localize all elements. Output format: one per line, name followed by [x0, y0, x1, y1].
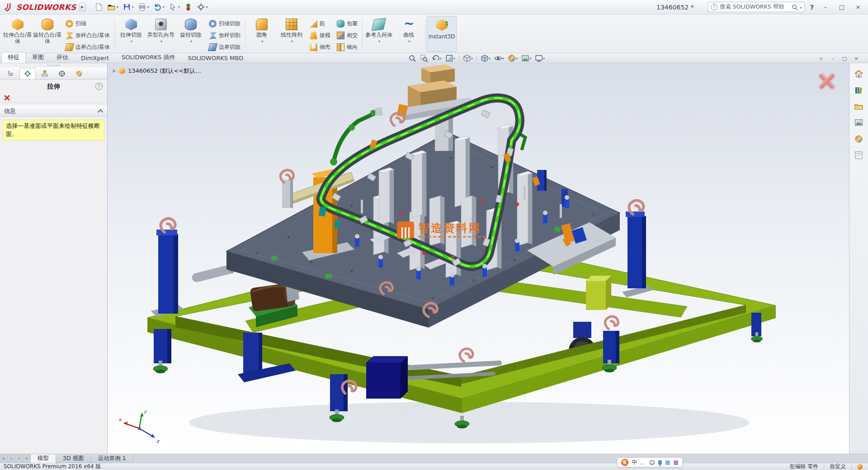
tab-sketch[interactable]: 草图: [26, 52, 50, 63]
ribbon-button-boundary-cut[interactable]: 边界切除: [208, 42, 242, 52]
property-manager-icon: [24, 70, 31, 77]
doc-window-menu-button[interactable]: «: [816, 54, 826, 62]
close-button[interactable]: ×: [852, 2, 864, 12]
tab-solidworks-mbd[interactable]: SOLIDWORKS MBD: [182, 53, 250, 63]
ribbon-button-revolved-cut[interactable]: 旋转切除: [176, 16, 206, 52]
view-orientation-button[interactable]: [462, 54, 474, 63]
task-pane-appearances-button[interactable]: [852, 133, 866, 145]
feature-tree-overlay[interactable]: 13460652 (默认<<默认...: [113, 67, 201, 75]
edit-appearance-button[interactable]: [506, 54, 519, 63]
ribbon-button-lofted-boss[interactable]: 放样凸台/基体: [64, 31, 111, 40]
ime-punctuation-toggle[interactable]: 。: [641, 459, 646, 466]
feature-tree-root[interactable]: 13460652 (默认<<默认...: [128, 67, 201, 75]
tab-scroll-last-button[interactable]: »: [23, 454, 31, 463]
graphics-viewport[interactable]: 13460652 (默认<<默认... 智造资料网 x y z: [108, 63, 849, 454]
open-document-button[interactable]: [106, 2, 120, 13]
tab-model[interactable]: 模型: [31, 454, 56, 463]
ribbon-button-wrap[interactable]: 包覆: [335, 19, 359, 28]
tab-property-manager[interactable]: [19, 68, 36, 79]
select-button[interactable]: [167, 2, 181, 13]
undo-icon: [153, 3, 162, 11]
display-style-button[interactable]: [479, 54, 492, 63]
ribbon-button-reference-geometry[interactable]: 参考几何体: [364, 16, 394, 52]
status-sphere-icon[interactable]: [857, 464, 863, 470]
ribbon-button-hole-wizard[interactable]: 异型孔向导: [146, 16, 176, 52]
tab-3d-views[interactable]: 3D 视图: [56, 454, 91, 463]
ribbon-button-revolved-boss[interactable]: 旋转凸台/基体: [33, 16, 62, 52]
ime-toolbox-icon[interactable]: ▩: [673, 459, 678, 465]
tab-scroll-left-button[interactable]: ‹: [8, 454, 15, 463]
ime-language-toggle[interactable]: 中: [632, 459, 637, 466]
maximize-button[interactable]: □: [835, 2, 848, 12]
zoom-to-area-button[interactable]: [419, 54, 429, 63]
hide-show-items-button[interactable]: [493, 54, 505, 63]
section-view-button[interactable]: [444, 54, 457, 63]
tab-motion-study[interactable]: 运动算例 1: [91, 454, 133, 463]
help-menu[interactable]: ?: [808, 4, 816, 11]
help-search-box[interactable]: ? 搜索 SOLIDWORKS 帮助: [708, 2, 805, 12]
viewport-3d-model[interactable]: [108, 63, 849, 454]
doc-close-button[interactable]: ×: [851, 54, 862, 62]
logo-flyout-button[interactable]: ▶: [79, 3, 86, 11]
minimize-button[interactable]: –: [819, 2, 832, 12]
panel-grip[interactable]: [0, 63, 107, 67]
task-pane-design-library-button[interactable]: [852, 84, 866, 96]
undo-button[interactable]: [152, 2, 166, 13]
status-customize[interactable]: 自定义: [830, 463, 846, 470]
ribbon-button-draft[interactable]: 拔模: [308, 31, 332, 40]
message-section-header[interactable]: 信息: [0, 106, 107, 117]
print-button[interactable]: [137, 2, 151, 13]
tab-scroll-first-button[interactable]: «: [0, 454, 8, 463]
ribbon-button-curves[interactable]: 曲线: [394, 16, 424, 52]
zoom-to-fit-button[interactable]: [407, 54, 418, 63]
tab-dimxpert-manager[interactable]: [54, 68, 70, 79]
ribbon-button-instant3d[interactable]: Instant3D: [427, 16, 457, 52]
ribbon-button-rib[interactable]: 筋: [308, 19, 332, 28]
ribbon-button-shell[interactable]: 抽壳: [308, 42, 332, 52]
ime-microphone-icon[interactable]: [658, 460, 662, 465]
ribbon-button-extruded-cut[interactable]: 拉伸切除: [116, 16, 146, 52]
doc-minimize-button[interactable]: –: [827, 54, 838, 62]
ime-logo-icon[interactable]: S: [621, 459, 628, 466]
ribbon-button-boundary-boss[interactable]: 边界凸台/基体: [64, 42, 111, 52]
ribbon-button-extruded-boss[interactable]: 拉伸凸台/基体: [3, 16, 33, 52]
doc-restore-button[interactable]: □: [839, 54, 850, 62]
task-pane-view-palette-button[interactable]: [852, 117, 866, 129]
ribbon-stack-cut: 扫描切除 放样切割 边界切除: [206, 16, 244, 52]
expand-arrow-icon[interactable]: [113, 69, 116, 73]
confirmation-corner-cancel-button[interactable]: [816, 70, 837, 91]
search-scope-dropdown[interactable]: [800, 4, 802, 10]
ribbon-button-mirror[interactable]: 镜向: [335, 42, 359, 52]
ime-emoji-button[interactable]: ☺: [649, 459, 655, 466]
options-button[interactable]: [195, 2, 209, 13]
task-pane-custom-properties-button[interactable]: [852, 149, 866, 161]
tab-features[interactable]: 特征: [1, 52, 26, 63]
cancel-icon[interactable]: [4, 95, 10, 101]
view-settings-button[interactable]: [533, 54, 546, 63]
ribbon-button-swept-boss[interactable]: 扫描: [64, 19, 111, 28]
tab-scroll-right-button[interactable]: ›: [15, 454, 23, 463]
apply-scene-button[interactable]: [520, 54, 533, 63]
ribbon-button-lofted-cut[interactable]: 放样切割: [208, 31, 242, 40]
save-button[interactable]: [121, 2, 135, 13]
ime-keyboard-icon[interactable]: ▦: [665, 459, 670, 465]
property-manager-help-button[interactable]: ?: [95, 83, 103, 90]
tab-dimxpert[interactable]: DimXpert: [75, 53, 115, 63]
previous-view-button[interactable]: [430, 54, 443, 63]
tab-solidworks-addins[interactable]: SOLIDWORKS 插件: [115, 52, 182, 63]
rebuild-button[interactable]: [183, 2, 194, 13]
tab-feature-manager[interactable]: [2, 68, 19, 79]
ribbon-button-fillet[interactable]: 圆角: [247, 16, 277, 52]
new-document-button[interactable]: [93, 2, 104, 13]
solidworks-logo-icon: [4, 2, 14, 12]
coordinate-triad[interactable]: x y z: [115, 409, 162, 445]
tab-display-manager[interactable]: [71, 68, 87, 79]
tab-configuration-manager[interactable]: [37, 68, 53, 79]
task-pane-file-explorer-button[interactable]: [852, 100, 866, 113]
ribbon-button-swept-cut[interactable]: 扫描切除: [208, 19, 242, 28]
ribbon-button-intersect[interactable]: 相交: [335, 31, 359, 40]
property-manager-actions: [0, 93, 107, 103]
ribbon-button-linear-pattern[interactable]: 线性阵列: [277, 16, 307, 52]
task-pane-home-button[interactable]: [852, 68, 866, 80]
tab-evaluate[interactable]: 评估: [50, 52, 75, 63]
